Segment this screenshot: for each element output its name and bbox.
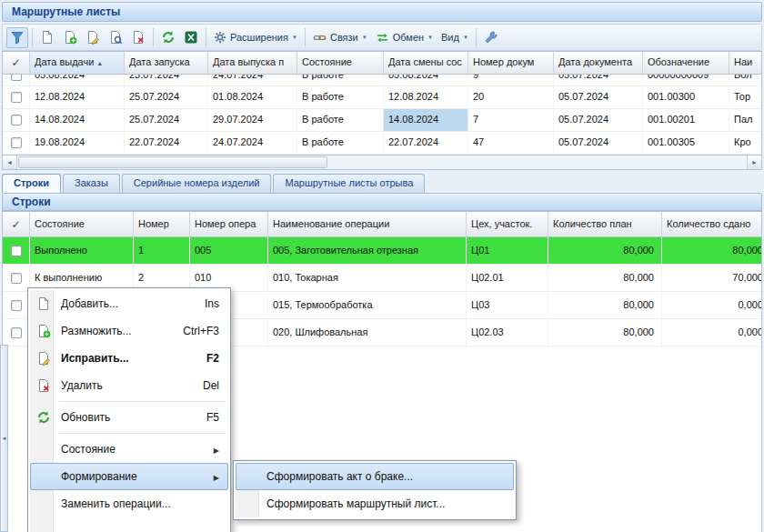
table-cell[interactable]: 25.07.2024 bbox=[125, 86, 208, 108]
menu-item-generate[interactable]: Формирование bbox=[30, 463, 228, 490]
table-cell[interactable]: 24.07.2024 bbox=[208, 132, 297, 154]
row-checkbox-cell[interactable] bbox=[3, 292, 30, 318]
table-cell[interactable]: 80,000 bbox=[548, 292, 662, 318]
menu-item-add[interactable]: Добавить... Ins bbox=[30, 290, 228, 317]
column-header-state-change-date[interactable]: Дата смены сос bbox=[384, 52, 468, 74]
table-cell[interactable]: Ц02.03 bbox=[467, 319, 548, 346]
row-checkbox[interactable] bbox=[11, 115, 22, 125]
column-header-number[interactable]: Номер bbox=[134, 212, 190, 236]
column-header-designation[interactable]: Обозначение bbox=[643, 52, 729, 74]
row-checkbox[interactable] bbox=[11, 273, 22, 284]
table-cell[interactable]: Тор bbox=[729, 86, 762, 108]
column-header-release-date[interactable]: Дата выпуска п bbox=[208, 52, 297, 74]
table-cell[interactable]: 22.07.2024 bbox=[384, 132, 468, 154]
row-checkbox-cell[interactable] bbox=[3, 319, 30, 346]
excel-export-button[interactable] bbox=[180, 27, 202, 48]
column-header-doc-number[interactable]: Номер докум bbox=[468, 52, 554, 74]
menu-item-state[interactable]: Состояние bbox=[30, 436, 228, 463]
menu-item-refresh[interactable]: Обновить F5 bbox=[30, 404, 228, 431]
table-cell[interactable]: Ц03 bbox=[467, 292, 548, 318]
column-header-state[interactable]: Состояние bbox=[297, 52, 384, 74]
table-cell[interactable]: 47 bbox=[468, 132, 554, 154]
row-checkbox-cell[interactable] bbox=[3, 75, 30, 86]
delete-button[interactable] bbox=[127, 27, 149, 48]
table-cell[interactable]: 12.08.2024 bbox=[30, 86, 125, 108]
table-cell[interactable]: 01.08.2024 bbox=[208, 86, 297, 108]
table-cell[interactable]: 001.00300 bbox=[643, 86, 729, 108]
table-cell[interactable]: 05.07.2024 bbox=[554, 109, 643, 131]
tab-zakazy[interactable]: Заказы bbox=[63, 174, 120, 193]
row-checkbox[interactable] bbox=[11, 327, 22, 338]
row-checkbox-cell[interactable] bbox=[3, 109, 30, 131]
table-cell[interactable]: Ц01 bbox=[467, 237, 548, 264]
select-all-header[interactable] bbox=[3, 212, 30, 236]
table-cell[interactable]: 015, Термообработка bbox=[268, 292, 467, 318]
row-checkbox[interactable] bbox=[11, 137, 22, 148]
exchange-menu-button[interactable]: Обмен bbox=[372, 27, 437, 48]
tab-stroki[interactable]: Строки bbox=[2, 174, 61, 193]
column-header-state[interactable]: Состояние bbox=[30, 212, 134, 236]
menu-item-duplicate[interactable]: Размножить... Ctrl+F3 bbox=[30, 317, 228, 345]
table-cell[interactable]: 7 bbox=[468, 109, 554, 131]
table-cell[interactable]: 05.07.2024 bbox=[554, 132, 643, 154]
row-checkbox-cell[interactable] bbox=[3, 86, 30, 108]
submenu-item-route-sheet[interactable]: Сформировать маршрутный лист... bbox=[236, 490, 514, 517]
table-row-done[interactable]: Выполнено 1 005 005, Заготовительная отр… bbox=[3, 237, 761, 265]
extensions-menu-button[interactable]: Расширения bbox=[210, 27, 301, 48]
table-cell[interactable]: Пал bbox=[729, 109, 762, 131]
row-checkbox[interactable] bbox=[11, 300, 22, 311]
table-cell[interactable]: 005 bbox=[190, 237, 268, 264]
table-cell[interactable]: 05.08.2024 bbox=[30, 75, 125, 86]
row-checkbox-cell[interactable] bbox=[3, 265, 30, 291]
table-cell[interactable]: 14.08.2024 bbox=[30, 109, 125, 131]
table-cell[interactable]: 00000000009 bbox=[643, 75, 729, 86]
column-header-operation-name[interactable]: Наименование операции bbox=[268, 212, 467, 236]
table-row[interactable]: 19.08.2024 22.07.2024 24.07.2024 В работ… bbox=[3, 132, 761, 155]
row-checkbox[interactable] bbox=[11, 92, 22, 103]
table-cell[interactable]: 001.00305 bbox=[643, 132, 729, 154]
add-button[interactable] bbox=[36, 27, 58, 48]
table-cell[interactable]: 80,000 bbox=[548, 265, 662, 291]
table-cell[interactable]: Кро bbox=[729, 132, 762, 154]
column-header-plan-quantity[interactable]: Количество план bbox=[548, 212, 662, 236]
settings-wrench-button[interactable] bbox=[480, 27, 502, 48]
edit-button[interactable] bbox=[82, 27, 104, 48]
menu-item-edit[interactable]: Исправить... F2 bbox=[30, 345, 228, 372]
table-cell[interactable]: 020, Шлифовальная bbox=[268, 319, 467, 346]
status-cell[interactable]: Выполнено bbox=[30, 237, 134, 264]
table-cell[interactable]: Вол bbox=[729, 75, 761, 86]
table-cell[interactable]: 05.07.2024 bbox=[554, 86, 643, 108]
table-cell[interactable]: В работе bbox=[297, 109, 384, 131]
table-cell[interactable]: 1 bbox=[134, 237, 190, 264]
table-cell[interactable]: 005, Заготовительная отрезная bbox=[268, 237, 467, 264]
selected-cell[interactable]: 14.08.2024 bbox=[384, 109, 468, 131]
submenu-item-defect-act[interactable]: Сформировать акт о браке... bbox=[236, 463, 514, 490]
tab-route-sheets-tear-off[interactable]: Маршрутные листы отрыва bbox=[273, 174, 425, 193]
table-cell[interactable]: 80,000 bbox=[662, 237, 762, 264]
table-cell[interactable]: 12.08.2024 bbox=[384, 86, 468, 108]
column-header-start-date[interactable]: Дата запуска bbox=[125, 52, 208, 74]
table-cell[interactable]: 9 bbox=[468, 75, 554, 86]
duplicate-button[interactable] bbox=[59, 27, 81, 48]
table-cell[interactable]: В работе bbox=[297, 75, 384, 86]
row-checkbox-cell[interactable] bbox=[3, 132, 30, 154]
column-header-doc-date[interactable]: Дата документа bbox=[554, 52, 643, 74]
menu-item-delete[interactable]: Удалить Del bbox=[30, 372, 228, 399]
view-button[interactable] bbox=[105, 27, 126, 48]
row-checkbox[interactable] bbox=[11, 75, 22, 81]
table-row[interactable]: 14.08.2024 25.07.2024 29.07.2024 В работ… bbox=[3, 109, 761, 132]
table-cell[interactable]: 010, Токарная bbox=[268, 265, 467, 291]
table-cell[interactable]: 80,000 bbox=[548, 319, 662, 346]
table-cell[interactable]: 19.08.2024 bbox=[30, 132, 125, 154]
table-cell[interactable]: 29.07.2024 bbox=[208, 109, 297, 131]
view-menu-button[interactable]: Вид bbox=[437, 27, 472, 48]
table-cell[interactable]: 24.07.2024 bbox=[208, 75, 297, 86]
column-header-name[interactable]: Наи bbox=[729, 52, 762, 74]
table-cell[interactable]: 25.07.2024 bbox=[125, 109, 208, 131]
select-all-header[interactable] bbox=[3, 52, 30, 74]
table-cell[interactable]: 22.07.2024 bbox=[125, 132, 208, 154]
table-row[interactable]: 12.08.2024 25.07.2024 01.08.2024 В работ… bbox=[3, 86, 761, 109]
table-cell[interactable]: 05.07.2024 bbox=[554, 75, 643, 86]
column-header-operation-number[interactable]: Номер опера bbox=[190, 212, 268, 236]
table-cell[interactable]: 80,000 bbox=[548, 237, 662, 264]
